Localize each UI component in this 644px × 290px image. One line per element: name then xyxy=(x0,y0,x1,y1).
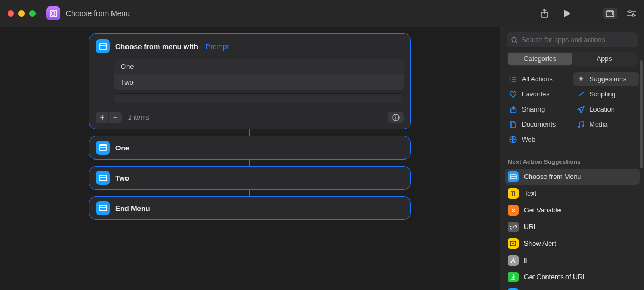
svg-point-16 xyxy=(578,126,579,128)
menu-items-list: One Two xyxy=(114,59,404,90)
svg-point-11 xyxy=(512,37,516,42)
list-icon xyxy=(509,75,517,84)
settings-icon[interactable] xyxy=(627,9,636,18)
suggestion-item[interactable]: Choose from Menu xyxy=(505,169,640,185)
svg-point-4 xyxy=(629,11,631,13)
globe-icon xyxy=(509,135,517,144)
search-field[interactable] xyxy=(507,32,638,47)
suggestion-label: Get Variable xyxy=(524,206,561,214)
cat-label: Sharing xyxy=(522,106,545,113)
item-count-label: 2 items xyxy=(128,114,149,121)
remove-item-button[interactable]: － xyxy=(109,112,122,123)
item-dropzone[interactable] xyxy=(114,93,404,103)
share-icon xyxy=(509,105,517,114)
category-web[interactable]: Web xyxy=(506,133,571,147)
category-suggestions[interactable]: Suggestions xyxy=(573,72,639,86)
window-controls xyxy=(8,10,36,17)
action-title: Choose from menu with xyxy=(115,43,198,51)
menu-item-row[interactable]: Two xyxy=(114,74,404,90)
cat-label: Location xyxy=(590,106,615,113)
close-window-button[interactable] xyxy=(8,10,14,17)
suggestions-list: Choose from MenuTextGet VariableURLShow … xyxy=(500,168,644,290)
document-icon xyxy=(509,120,517,129)
suggestion-label: If xyxy=(524,257,528,264)
suggestion-label: Choose from Menu xyxy=(524,173,581,181)
tab-categories[interactable]: Categories xyxy=(508,53,572,65)
svg-point-17 xyxy=(582,125,583,127)
location-icon xyxy=(577,105,585,114)
menu-icon xyxy=(96,141,110,155)
suggestion-label: Show Alert xyxy=(524,240,556,247)
menu-item-row[interactable]: One xyxy=(114,59,404,74)
svg-rect-10 xyxy=(99,205,107,211)
tab-apps[interactable]: Apps xyxy=(572,53,637,65)
cat-label: Favorites xyxy=(522,91,549,98)
suggestion-icon xyxy=(508,188,519,199)
category-scripting[interactable]: Scripting xyxy=(573,87,639,101)
info-button[interactable] xyxy=(388,112,404,123)
category-location[interactable]: Location xyxy=(573,102,639,116)
menu-icon xyxy=(96,171,110,185)
end-menu-block[interactable]: End Menu xyxy=(89,196,411,220)
workflow-canvas[interactable]: Choose from menu with Prompt One Two ＋ －… xyxy=(0,27,500,290)
suggestion-icon xyxy=(508,255,519,266)
cat-label: All Actions xyxy=(522,75,553,83)
add-item-button[interactable]: ＋ xyxy=(96,112,109,123)
minimize-window-button[interactable] xyxy=(18,10,25,17)
sidebar-scrollbar[interactable] xyxy=(640,60,643,168)
wand-icon xyxy=(577,90,585,99)
library-sidebar: Categories Apps All Actions Suggestions … xyxy=(500,27,644,290)
suggestion-item[interactable]: URL xyxy=(505,219,640,235)
category-favorites[interactable]: Favorites xyxy=(506,87,571,101)
category-all-actions[interactable]: All Actions xyxy=(506,72,571,86)
svg-rect-6 xyxy=(99,44,107,49)
svg-point-12 xyxy=(510,77,511,78)
svg-rect-1 xyxy=(52,12,55,15)
svg-point-5 xyxy=(632,14,634,16)
svg-point-14 xyxy=(510,81,511,82)
connector xyxy=(249,160,250,166)
svg-rect-0 xyxy=(50,10,57,17)
titlebar: Choose from Menu xyxy=(0,0,644,27)
menu-icon xyxy=(96,201,110,215)
suggestion-icon xyxy=(508,238,519,249)
library-mode-segment[interactable]: Categories Apps xyxy=(507,52,638,66)
suggestion-item[interactable]: If xyxy=(505,252,640,268)
window-title: Choose from Menu xyxy=(66,9,130,18)
suggestion-label: Text xyxy=(524,190,536,197)
suggestion-icon xyxy=(508,272,519,282)
suggestion-item[interactable]: Ask for Input xyxy=(505,286,640,290)
share-button[interactable] xyxy=(540,9,549,18)
menu-case-two[interactable]: Two xyxy=(89,166,411,190)
zoom-window-button[interactable] xyxy=(29,10,36,17)
search-input[interactable] xyxy=(521,36,633,44)
menu-case-one[interactable]: One xyxy=(89,136,411,160)
suggestion-item[interactable]: Show Alert xyxy=(505,236,640,252)
run-button[interactable] xyxy=(562,9,572,18)
suggestion-icon xyxy=(508,205,519,216)
music-icon xyxy=(577,120,585,129)
library-toggle-button[interactable] xyxy=(603,8,617,19)
cat-label: Documents xyxy=(522,121,556,128)
case-label: Two xyxy=(115,174,129,182)
cat-label: Web xyxy=(522,136,535,143)
suggestion-item[interactable]: Get Contents of URL xyxy=(505,269,640,285)
suggestions-header: Next Action Suggestions xyxy=(500,153,644,168)
suggestion-item[interactable]: Text xyxy=(505,185,640,202)
choose-from-menu-action[interactable]: Choose from menu with Prompt One Two ＋ －… xyxy=(89,33,411,129)
shortcut-app-icon xyxy=(46,6,60,20)
suggestion-icon xyxy=(508,171,519,182)
suggestion-icon xyxy=(508,222,519,232)
cat-label: Suggestions xyxy=(590,75,627,83)
connector xyxy=(249,190,250,196)
category-documents[interactable]: Documents xyxy=(506,118,571,132)
cat-label: Media xyxy=(590,121,608,128)
category-media[interactable]: Media xyxy=(573,118,639,132)
category-sharing[interactable]: Sharing xyxy=(506,102,571,116)
svg-rect-9 xyxy=(99,175,107,181)
sparkle-icon xyxy=(577,75,585,84)
heart-icon xyxy=(509,90,517,99)
suggestion-item[interactable]: Get Variable xyxy=(505,202,640,218)
prompt-token[interactable]: Prompt xyxy=(206,43,229,51)
svg-point-13 xyxy=(510,79,511,80)
